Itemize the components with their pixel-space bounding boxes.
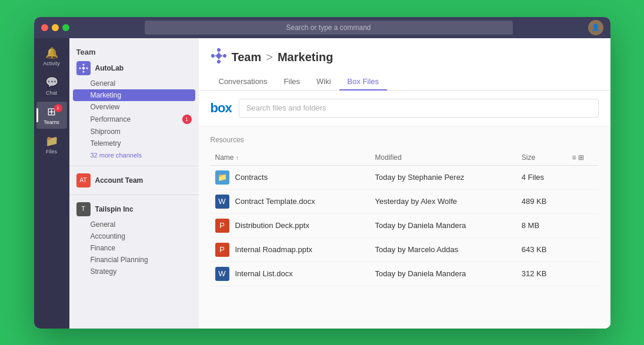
file-actions (567, 237, 598, 262)
table-row[interactable]: P Internal Roadmap.pptx Today by Marcelo… (211, 237, 599, 262)
team-account[interactable]: AT Account Team (69, 171, 199, 190)
maximize-button[interactable] (62, 24, 69, 31)
file-name-cell: 📁 Contracts (211, 165, 371, 189)
svg-point-2 (82, 71, 84, 72)
activity-label: Activity (43, 61, 60, 66)
col-name: Name ↑ (211, 150, 371, 166)
box-logo: box (211, 101, 232, 116)
svg-point-11 (217, 60, 221, 63)
files-area: Resources Name ↑ Modified Size ≡ ⊞ (199, 126, 610, 296)
breadcrumb-separator: > (266, 51, 273, 64)
minimize-button[interactable] (52, 24, 59, 31)
svg-point-3 (79, 67, 81, 69)
active-indicator (36, 108, 38, 122)
performance-badge: 1 (182, 115, 192, 124)
file-size: 8 MB (517, 213, 568, 237)
file-name: Contract Template.docx (235, 197, 315, 206)
svg-point-1 (82, 63, 84, 65)
file-name-cell: W Internal List.docx (211, 262, 371, 286)
file-modified: Today by Daniela Mandera (371, 262, 517, 286)
box-header: box Search files and folders (199, 91, 610, 126)
tailspin-icon: T (76, 202, 91, 216)
teams-badge: 1 (54, 104, 62, 112)
col-modified: Modified (371, 150, 517, 166)
more-channels-link[interactable]: 32 more channels (69, 149, 199, 161)
channel-performance[interactable]: Performance 1 (69, 113, 199, 126)
app-window: Search or type a command 👤 🔔 Activity 💬 … (34, 17, 610, 329)
channel-shiproom[interactable]: Shiproom (69, 126, 199, 138)
breadcrumb: Team > Marketing (211, 48, 599, 68)
channel-overview[interactable]: Overview (69, 101, 199, 113)
tailspin-strategy[interactable]: Strategy (69, 266, 199, 277)
tailspin-general[interactable]: General (69, 219, 199, 230)
file-name: Internal Roadmap.pptx (235, 245, 313, 254)
table-row[interactable]: W Internal List.docx Today by Daniela Ma… (211, 262, 599, 286)
sidebar-item-teams[interactable]: ⊞ Teams 1 (36, 102, 67, 129)
resources-label: Resources (211, 136, 599, 144)
file-name: Distribution Deck.pptx (235, 221, 309, 230)
table-row[interactable]: W Contract Template.docx Yesterday by Al… (211, 189, 599, 213)
traffic-lights (41, 24, 69, 31)
table-row[interactable]: P Distribution Deck.pptx Today by Daniel… (211, 213, 599, 237)
teams-label: Teams (44, 119, 59, 125)
sidebar: Team AutoLab (69, 38, 199, 329)
file-type-icon: 📁 (215, 170, 229, 185)
account-team-name: Account Team (95, 176, 144, 185)
breadcrumb-team: Team (232, 51, 262, 64)
box-search-bar[interactable]: Search files and folders (239, 99, 599, 118)
file-modified: Today by Stephanie Perez (371, 165, 517, 189)
account-team-icon: AT (76, 173, 91, 187)
svg-point-13 (223, 54, 226, 58)
channel-general[interactable]: General (69, 78, 199, 89)
search-placeholder: Search or type a command (286, 24, 371, 32)
file-size: 643 KB (517, 237, 568, 262)
files-nav-label: Files (46, 149, 57, 155)
sidebar-item-chat[interactable]: 💬 Chat (36, 72, 67, 99)
chat-icon: 💬 (45, 76, 58, 89)
file-name-cell: P Distribution Deck.pptx (211, 213, 371, 237)
main-header: Team > Marketing Conversations Files Wik… (199, 38, 610, 91)
far-nav: 🔔 Activity 💬 Chat ⊞ Teams 1 📁 Files (34, 38, 69, 329)
sidebar-item-files[interactable]: 📁 Files (36, 131, 67, 158)
table-row[interactable]: 📁 Contracts Today by Stephanie Perez 4 F… (211, 165, 599, 189)
file-actions (567, 262, 598, 286)
tailspin-accounting[interactable]: Accounting (69, 230, 199, 242)
svg-point-12 (211, 54, 215, 58)
close-button[interactable] (41, 24, 48, 31)
tab-conversations[interactable]: Conversations (211, 73, 276, 91)
team-tailspin[interactable]: T Tailspin Inc (69, 200, 199, 219)
file-modified: Yesterday by Alex Wolfe (371, 189, 517, 213)
tab-wiki[interactable]: Wiki (308, 73, 339, 91)
sort-icon: ↑ (236, 155, 239, 161)
file-name: Internal List.docx (235, 269, 293, 278)
global-search-bar[interactable]: Search or type a command (145, 21, 513, 35)
tailspin-finance[interactable]: Finance (69, 242, 199, 254)
avatar[interactable]: 👤 (588, 20, 603, 35)
channel-telemetry[interactable]: Telemetry (69, 138, 199, 149)
tab-bar: Conversations Files Wiki Box Files (211, 73, 599, 90)
col-actions: ≡ ⊞ (567, 150, 598, 166)
file-actions (567, 165, 598, 189)
main-content: Team > Marketing Conversations Files Wik… (199, 38, 610, 329)
file-size: 489 KB (517, 189, 568, 213)
tab-files[interactable]: Files (276, 73, 308, 91)
file-modified: Today by Daniela Mandera (371, 213, 517, 237)
svg-point-4 (86, 67, 88, 69)
titlebar: Search or type a command 👤 (34, 17, 610, 38)
team-logo-icon (211, 48, 227, 68)
tailspin-financial-planning[interactable]: Financial Planning (69, 254, 199, 266)
col-size: Size (517, 150, 568, 166)
team-autolab[interactable]: AutoLab (69, 59, 199, 78)
sidebar-section-team: Team (69, 43, 199, 59)
tab-box-files[interactable]: Box Files (339, 73, 387, 91)
file-modified: Today by Marcelo Addas (371, 237, 517, 262)
chat-label: Chat (46, 90, 57, 96)
file-type-icon: P (215, 219, 229, 233)
file-size: 312 KB (517, 262, 568, 286)
box-content: box Search files and folders Resources N… (199, 91, 610, 329)
file-type-icon: P (215, 243, 229, 257)
channel-marketing[interactable]: Marketing (73, 89, 195, 101)
file-actions (567, 189, 598, 213)
file-size: 4 Files (517, 165, 568, 189)
sidebar-item-activity[interactable]: 🔔 Activity (36, 43, 67, 70)
